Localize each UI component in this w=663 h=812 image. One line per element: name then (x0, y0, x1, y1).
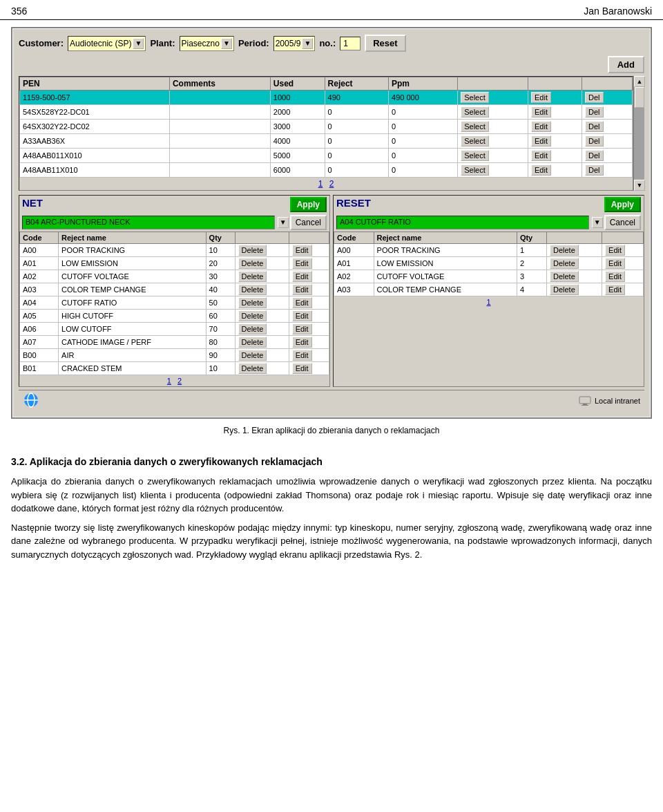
col-ppm: Ppm (389, 77, 458, 91)
add-button[interactable]: Add (608, 56, 644, 73)
reset-cancel-button[interactable]: Cancel (604, 215, 641, 230)
cell-edit[interactable]: Edit (528, 91, 582, 105)
col-del (582, 77, 633, 91)
cell-reject: 0 (325, 149, 388, 163)
cell-ppm: 0 (389, 105, 458, 120)
cell-del[interactable]: Del (582, 120, 633, 134)
scroll-up[interactable]: ▲ (634, 76, 645, 87)
net-delete-button[interactable]: Delete (238, 297, 267, 308)
cell-edit[interactable]: Edit (528, 163, 582, 178)
reset-panel: RESET Apply A04 CUTOFF RATIO ▼ Cancel Co… (333, 195, 644, 387)
edit-button[interactable]: Edit (531, 135, 551, 147)
net-cancel-button[interactable]: Cancel (290, 215, 327, 230)
net-edit-button[interactable]: Edit (292, 258, 312, 269)
net-edit-button[interactable]: Edit (292, 245, 312, 256)
cell-ppm: 0 (389, 163, 458, 178)
del-button[interactable]: Del (585, 92, 604, 103)
del-button[interactable]: Del (585, 106, 604, 117)
edit-button[interactable]: Edit (531, 164, 551, 176)
cell-del[interactable]: Del (582, 105, 633, 120)
reset-edit-button[interactable]: Edit (605, 271, 625, 282)
customer-arrow[interactable]: ▼ (133, 38, 144, 49)
select-button[interactable]: Select (461, 135, 489, 147)
scroll-down[interactable]: ▼ (634, 180, 645, 191)
cell-used: 1000 (270, 91, 325, 105)
net-edit-button[interactable]: Edit (292, 350, 312, 361)
select-button[interactable]: Select (461, 150, 489, 161)
plant-arrow[interactable]: ▼ (221, 38, 232, 49)
edit-button[interactable]: Edit (531, 150, 551, 161)
reset-edit-button[interactable]: Edit (605, 258, 625, 269)
edit-button[interactable]: Edit (531, 121, 551, 132)
cell-select[interactable]: Select (458, 134, 528, 149)
net-delete-button[interactable]: Delete (238, 284, 267, 295)
reset-dropdown[interactable]: A04 CUTOFF RATIO (336, 216, 589, 229)
net-dropdown-row: B04 ARC-PUNCTURED NECK ▼ Cancel (22, 215, 327, 230)
cell-select[interactable]: Select (458, 163, 528, 178)
no-field[interactable]: 1 (340, 37, 361, 50)
cell-del[interactable]: Del (582, 134, 633, 149)
cell-edit[interactable]: Edit (528, 149, 582, 163)
reset-edit-button[interactable]: Edit (605, 284, 625, 295)
reset-apply-button[interactable]: Apply (604, 197, 641, 212)
select-button[interactable]: Select (461, 121, 489, 132)
select-button[interactable]: Select (461, 92, 489, 103)
table-row: 54SX528Y22-DC01 2000 0 0 Select Edit Del (20, 105, 633, 120)
net-edit-button[interactable]: Edit (292, 297, 312, 308)
cell-edit[interactable]: Edit (528, 105, 582, 120)
col-used: Used (270, 77, 325, 91)
edit-button[interactable]: Edit (531, 106, 551, 117)
cell-del[interactable]: Del (582, 91, 633, 105)
net-delete-button[interactable]: Delete (238, 310, 267, 321)
net-delete-button[interactable]: Delete (238, 271, 267, 282)
net-dropdown-arrow[interactable]: ▼ (278, 217, 289, 228)
reset-button[interactable]: Reset (365, 35, 405, 52)
customer-dropdown[interactable]: Audiotecnic (SP) ▼ (68, 36, 146, 51)
net-edit-button[interactable]: Edit (292, 323, 312, 334)
net-edit-button[interactable]: Edit (292, 337, 312, 348)
reset-col-edit (602, 232, 644, 244)
net-delete-button[interactable]: Delete (238, 258, 267, 269)
del-button[interactable]: Del (585, 135, 604, 147)
reset-delete-button[interactable]: Delete (550, 284, 579, 295)
cell-pen: 1159-500-057 (20, 91, 170, 105)
reset-delete-button[interactable]: Delete (550, 258, 579, 269)
cell-select[interactable]: Select (458, 91, 528, 105)
edit-button[interactable]: Edit (531, 92, 551, 103)
net-edit-button[interactable]: Edit (292, 284, 312, 295)
cell-select[interactable]: Select (458, 120, 528, 134)
cell-select[interactable]: Select (458, 105, 528, 120)
reset-dropdown-arrow[interactable]: ▼ (592, 217, 603, 228)
net-delete-button[interactable]: Delete (238, 350, 267, 361)
del-button[interactable]: Del (585, 121, 604, 132)
net-apply-button[interactable]: Apply (290, 197, 327, 212)
net-delete-button[interactable]: Delete (238, 245, 267, 256)
net-table-row: A01 LOW EMISSION 20 Delete Edit (20, 257, 329, 270)
net-delete-button[interactable]: Delete (238, 323, 267, 334)
select-button[interactable]: Select (461, 106, 489, 117)
net-delete-button[interactable]: Delete (238, 337, 267, 348)
select-button[interactable]: Select (461, 164, 489, 176)
del-button[interactable]: Del (585, 164, 604, 176)
period-dropdown[interactable]: 2005/9 ▼ (273, 36, 316, 51)
reset-delete-button[interactable]: Delete (550, 245, 579, 256)
plant-dropdown[interactable]: Piaseczno ▼ (180, 36, 234, 51)
net-dropdown[interactable]: B04 ARC-PUNCTURED NECK (22, 216, 275, 229)
cell-edit[interactable]: Edit (528, 134, 582, 149)
period-arrow[interactable]: ▼ (302, 38, 313, 49)
del-button[interactable]: Del (585, 150, 604, 161)
reset-delete-button[interactable]: Delete (550, 271, 579, 282)
cell-del[interactable]: Del (582, 163, 633, 178)
scroll-thumb[interactable] (635, 87, 644, 108)
reset-edit-button[interactable]: Edit (605, 245, 625, 256)
cell-edit[interactable]: Edit (528, 120, 582, 134)
net-edit-button[interactable]: Edit (292, 310, 312, 321)
main-scrollbar[interactable]: ▲ ▼ (633, 76, 644, 191)
net-delete-button[interactable]: Delete (238, 363, 267, 374)
net-edit-button[interactable]: Edit (292, 363, 312, 374)
cell-select[interactable]: Select (458, 149, 528, 163)
app-window: Customer: Audiotecnic (SP) ▼ Plant: Pias… (11, 27, 652, 419)
cell-del[interactable]: Del (582, 149, 633, 163)
main-pagination: 1 2 (19, 178, 633, 190)
net-edit-button[interactable]: Edit (292, 271, 312, 282)
